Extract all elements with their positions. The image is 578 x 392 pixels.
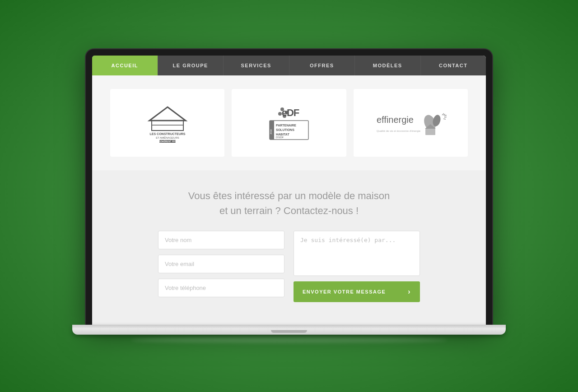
svg-text:eDF: eDF xyxy=(282,107,299,118)
nav-modeles[interactable]: MODÈLES xyxy=(355,56,421,75)
svg-text:SOLUTIONS: SOLUTIONS xyxy=(276,128,294,131)
submit-arrow-icon: › xyxy=(408,288,411,296)
logo-effinergie: effinergie xyxy=(374,109,447,136)
logos-section: LES CONSTRUCTEURS ET AMÉNAGEURS ADHÉRENT… xyxy=(92,75,486,170)
svg-text:effinergie: effinergie xyxy=(377,115,414,125)
laptop-base xyxy=(72,325,506,335)
form-left-column xyxy=(158,231,284,302)
contact-section: Vous êtes intéressé par un modèle de mai… xyxy=(92,170,486,325)
svg-text:Qualité de vie et économie d'é: Qualité de vie et économie d'énergie xyxy=(377,130,421,132)
laptop-wrapper: ACCUEIL LE GROUPE SERVICES OFFRES MODÈLE… xyxy=(86,49,492,343)
svg-text:ADHÉRENT FFB: ADHÉRENT FFB xyxy=(158,140,176,143)
svg-rect-27 xyxy=(425,129,435,135)
phone-input[interactable] xyxy=(158,279,284,297)
svg-line-26 xyxy=(443,119,446,119)
email-input[interactable] xyxy=(158,255,284,273)
laptop-screen-inner: ACCUEIL LE GROUPE SERVICES OFFRES MODÈLE… xyxy=(92,56,486,325)
logo-card-effinergie: effinergie xyxy=(354,89,468,157)
svg-text:HABITAT: HABITAT xyxy=(276,133,289,136)
svg-text:D'EDF: D'EDF xyxy=(276,136,284,139)
svg-marker-0 xyxy=(149,107,186,121)
laptop-notch xyxy=(271,330,307,333)
svg-text:PARTENAIRE: PARTENAIRE xyxy=(276,124,296,127)
svg-text:2016: 2016 xyxy=(270,129,272,134)
svg-text:ET AMÉNAGEURS: ET AMÉNAGEURS xyxy=(156,136,179,139)
submit-label: ENVOYER VOTRE MESSAGE xyxy=(303,289,386,294)
svg-line-25 xyxy=(444,117,447,117)
contact-title: Vous êtes intéressé par un modèle de mai… xyxy=(188,188,390,218)
svg-line-24 xyxy=(444,115,447,116)
logo-card-constructeurs: LES CONSTRUCTEURS ET AMÉNAGEURS ADHÉRENT… xyxy=(110,89,224,157)
svg-text:LES CONSTRUCTEURS: LES CONSTRUCTEURS xyxy=(149,132,185,135)
form-right-column: ENVOYER VOTRE MESSAGE › xyxy=(294,231,420,302)
nav-contact[interactable]: CONTACT xyxy=(421,56,486,75)
logo-card-edf: eDF PARTENAIRE SOLUTIONS HABITAT D'EDF 2… xyxy=(232,89,346,157)
svg-rect-1 xyxy=(152,121,183,131)
submit-button[interactable]: ENVOYER VOTRE MESSAGE › xyxy=(294,281,420,302)
logo-edf: eDF PARTENAIRE SOLUTIONS HABITAT D'EDF 2… xyxy=(260,103,318,143)
name-input[interactable] xyxy=(158,231,284,249)
contact-form: ENVOYER VOTRE MESSAGE › xyxy=(158,231,420,302)
laptop-screen-outer: ACCUEIL LE GROUPE SERVICES OFFRES MODÈLE… xyxy=(86,49,492,325)
nav-services[interactable]: SERVICES xyxy=(224,56,289,75)
nav-accueil[interactable]: ACCUEIL xyxy=(92,56,158,75)
svg-line-23 xyxy=(443,114,445,115)
nav-groupe[interactable]: LE GROUPE xyxy=(158,56,224,75)
laptop-reflection xyxy=(131,337,447,343)
logo-constructeurs: LES CONSTRUCTEURS ET AMÉNAGEURS ADHÉRENT… xyxy=(140,103,195,143)
nav-offres[interactable]: OFFRES xyxy=(289,56,355,75)
message-textarea[interactable] xyxy=(294,231,420,276)
main-nav: ACCUEIL LE GROUPE SERVICES OFFRES MODÈLE… xyxy=(92,56,486,75)
